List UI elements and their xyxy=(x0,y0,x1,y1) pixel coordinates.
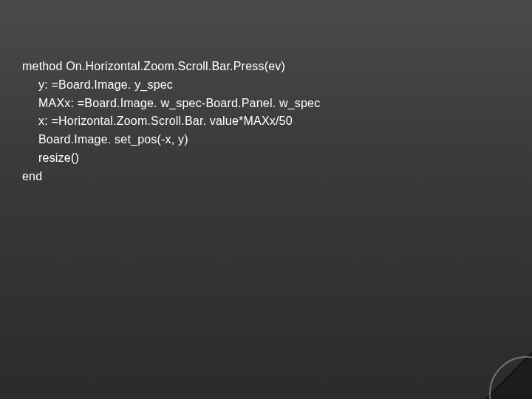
code-line-7: end xyxy=(22,168,510,186)
code-line-5: Board.Image. set_pos(-x, y) xyxy=(22,131,510,149)
code-line-6: resize() xyxy=(22,149,510,168)
code-line-4: x: =Horizontal.Zoom.Scroll.Bar. value*MA… xyxy=(22,112,510,131)
code-line-3: MAXx: =Board.Image. w_spec-Board.Panel. … xyxy=(22,95,510,113)
code-block: method On.Horizontal.Zoom.Scroll.Bar.Pre… xyxy=(22,58,510,186)
slide: method On.Horizontal.Zoom.Scroll.Bar.Pre… xyxy=(0,0,532,399)
code-line-1: method On.Horizontal.Zoom.Scroll.Bar.Pre… xyxy=(22,58,510,76)
code-line-2: y: =Board.Image. y_spec xyxy=(22,76,510,95)
corner-fold xyxy=(488,355,532,399)
